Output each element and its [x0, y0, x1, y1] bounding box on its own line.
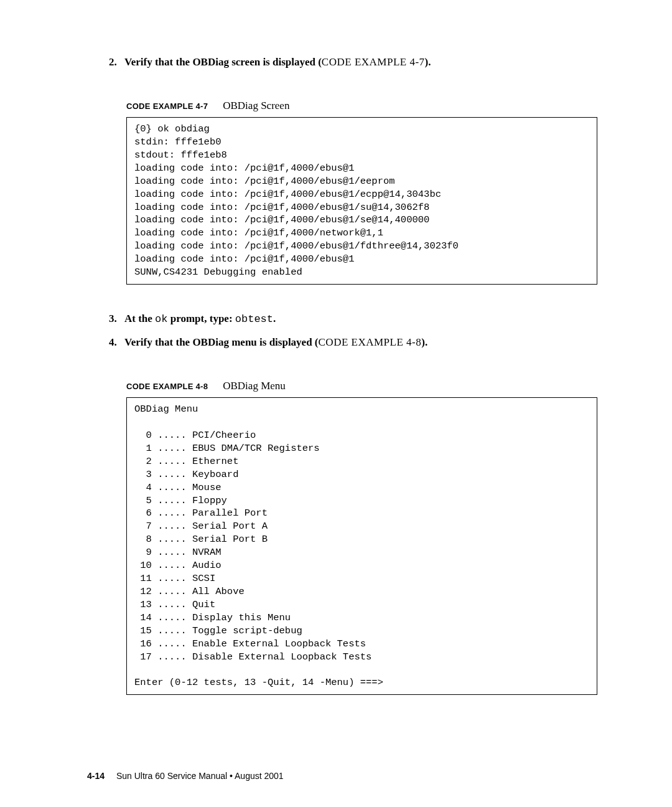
code-label: CODE EXAMPLE 4-8	[126, 382, 208, 391]
step-text-bold: At the	[124, 313, 155, 324]
code-title: OBDiag Screen	[223, 100, 289, 111]
step-text-bold: Verify that the OBDiag screen is display…	[124, 56, 322, 68]
code-caption-47: CODE EXAMPLE 4-7 OBDiag Screen	[126, 100, 597, 112]
step-text-caps: CODE EXAMPLE 4-8	[319, 336, 422, 348]
step-text-end: ).	[421, 336, 427, 348]
step-3: 3. At the ok prompt, type: obtest.	[109, 313, 597, 325]
step-text-end: ).	[425, 56, 431, 68]
step-mono: ok	[155, 313, 167, 325]
step-text-caps: CODE EXAMPLE 4-7	[322, 56, 425, 68]
step-number: 3.	[109, 313, 124, 325]
step-text-bold: Verify that the OBDiag menu is displayed…	[124, 336, 319, 348]
footer-page-number: 4-14	[87, 771, 105, 781]
step-number: 4.	[109, 336, 124, 349]
code-block-47: {0} ok obdiag stdin: fffe1eb0 stdout: ff…	[126, 117, 597, 285]
step-2: 2. Verify that the OBDiag screen is disp…	[109, 56, 597, 68]
page-footer: 4-14 Sun Ultra 60 Service Manual • Augus…	[87, 771, 284, 781]
step-text-end: .	[273, 313, 276, 324]
step-text: At the ok prompt, type: obtest.	[124, 313, 276, 325]
code-label: CODE EXAMPLE 4-7	[126, 101, 208, 111]
step-text: Verify that the OBDiag screen is display…	[124, 56, 431, 68]
step-text: Verify that the OBDiag menu is displayed…	[124, 336, 427, 349]
step-text-bold2: prompt, type:	[168, 313, 235, 324]
code-title: OBDiag Menu	[223, 380, 286, 392]
step-4: 4. Verify that the OBDiag menu is displa…	[109, 336, 597, 349]
code-caption-48: CODE EXAMPLE 4-8 OBDiag Menu	[126, 380, 597, 392]
step-number: 2.	[109, 56, 124, 68]
step-mono2: obtest	[235, 313, 273, 325]
code-block-48: OBDiag Menu 0 ..... PCI/Cheerio 1 ..... …	[126, 397, 597, 695]
footer-text: Sun Ultra 60 Service Manual • August 200…	[116, 771, 284, 781]
